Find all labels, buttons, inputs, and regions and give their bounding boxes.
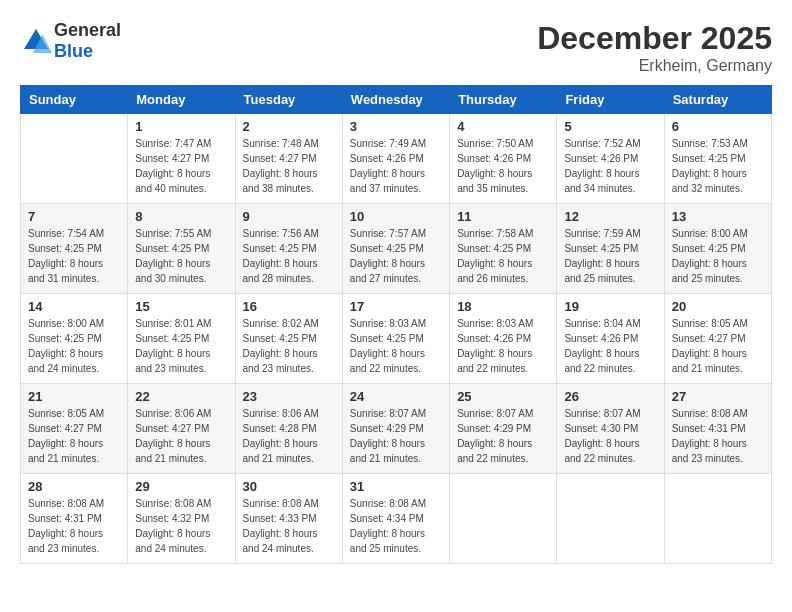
calendar-cell: 10Sunrise: 7:57 AM Sunset: 4:25 PM Dayli…: [342, 204, 449, 294]
day-number: 4: [457, 119, 549, 134]
weekday-header-friday: Friday: [557, 86, 664, 114]
day-info: Sunrise: 7:53 AM Sunset: 4:25 PM Dayligh…: [672, 136, 764, 196]
calendar-body: 1Sunrise: 7:47 AM Sunset: 4:27 PM Daylig…: [21, 114, 772, 564]
calendar-week-2: 7Sunrise: 7:54 AM Sunset: 4:25 PM Daylig…: [21, 204, 772, 294]
calendar-cell: 21Sunrise: 8:05 AM Sunset: 4:27 PM Dayli…: [21, 384, 128, 474]
day-info: Sunrise: 7:54 AM Sunset: 4:25 PM Dayligh…: [28, 226, 120, 286]
day-info: Sunrise: 7:49 AM Sunset: 4:26 PM Dayligh…: [350, 136, 442, 196]
weekday-header-saturday: Saturday: [664, 86, 771, 114]
weekday-header-sunday: Sunday: [21, 86, 128, 114]
calendar-cell: 12Sunrise: 7:59 AM Sunset: 4:25 PM Dayli…: [557, 204, 664, 294]
day-number: 8: [135, 209, 227, 224]
day-number: 25: [457, 389, 549, 404]
month-title: December 2025: [537, 20, 772, 57]
day-info: Sunrise: 8:08 AM Sunset: 4:33 PM Dayligh…: [243, 496, 335, 556]
calendar-cell: 31Sunrise: 8:08 AM Sunset: 4:34 PM Dayli…: [342, 474, 449, 564]
day-number: 15: [135, 299, 227, 314]
day-number: 9: [243, 209, 335, 224]
day-number: 11: [457, 209, 549, 224]
calendar-cell: 18Sunrise: 8:03 AM Sunset: 4:26 PM Dayli…: [450, 294, 557, 384]
day-info: Sunrise: 8:08 AM Sunset: 4:32 PM Dayligh…: [135, 496, 227, 556]
calendar-cell: 15Sunrise: 8:01 AM Sunset: 4:25 PM Dayli…: [128, 294, 235, 384]
day-info: Sunrise: 7:58 AM Sunset: 4:25 PM Dayligh…: [457, 226, 549, 286]
location-title: Erkheim, Germany: [537, 57, 772, 75]
day-info: Sunrise: 8:06 AM Sunset: 4:27 PM Dayligh…: [135, 406, 227, 466]
calendar-cell: 4Sunrise: 7:50 AM Sunset: 4:26 PM Daylig…: [450, 114, 557, 204]
weekday-row: SundayMondayTuesdayWednesdayThursdayFrid…: [21, 86, 772, 114]
calendar-cell: 7Sunrise: 7:54 AM Sunset: 4:25 PM Daylig…: [21, 204, 128, 294]
logo-blue-text: Blue: [54, 41, 93, 61]
calendar-cell: 27Sunrise: 8:08 AM Sunset: 4:31 PM Dayli…: [664, 384, 771, 474]
day-info: Sunrise: 8:08 AM Sunset: 4:31 PM Dayligh…: [28, 496, 120, 556]
day-info: Sunrise: 7:59 AM Sunset: 4:25 PM Dayligh…: [564, 226, 656, 286]
day-number: 7: [28, 209, 120, 224]
calendar-week-5: 28Sunrise: 8:08 AM Sunset: 4:31 PM Dayli…: [21, 474, 772, 564]
day-info: Sunrise: 7:52 AM Sunset: 4:26 PM Dayligh…: [564, 136, 656, 196]
day-info: Sunrise: 8:04 AM Sunset: 4:26 PM Dayligh…: [564, 316, 656, 376]
day-number: 20: [672, 299, 764, 314]
day-info: Sunrise: 8:08 AM Sunset: 4:31 PM Dayligh…: [672, 406, 764, 466]
day-info: Sunrise: 8:00 AM Sunset: 4:25 PM Dayligh…: [28, 316, 120, 376]
weekday-header-monday: Monday: [128, 86, 235, 114]
page-header: General Blue December 2025 Erkheim, Germ…: [20, 20, 772, 75]
calendar-cell: 24Sunrise: 8:07 AM Sunset: 4:29 PM Dayli…: [342, 384, 449, 474]
day-info: Sunrise: 7:50 AM Sunset: 4:26 PM Dayligh…: [457, 136, 549, 196]
day-number: 29: [135, 479, 227, 494]
calendar-table: SundayMondayTuesdayWednesdayThursdayFrid…: [20, 85, 772, 564]
day-number: 3: [350, 119, 442, 134]
calendar-cell: 5Sunrise: 7:52 AM Sunset: 4:26 PM Daylig…: [557, 114, 664, 204]
day-info: Sunrise: 8:07 AM Sunset: 4:29 PM Dayligh…: [457, 406, 549, 466]
calendar-cell: 13Sunrise: 8:00 AM Sunset: 4:25 PM Dayli…: [664, 204, 771, 294]
day-info: Sunrise: 7:55 AM Sunset: 4:25 PM Dayligh…: [135, 226, 227, 286]
day-info: Sunrise: 8:03 AM Sunset: 4:26 PM Dayligh…: [457, 316, 549, 376]
logo-icon: [20, 25, 52, 57]
day-info: Sunrise: 8:03 AM Sunset: 4:25 PM Dayligh…: [350, 316, 442, 376]
calendar-cell: 29Sunrise: 8:08 AM Sunset: 4:32 PM Dayli…: [128, 474, 235, 564]
day-number: 19: [564, 299, 656, 314]
day-info: Sunrise: 8:01 AM Sunset: 4:25 PM Dayligh…: [135, 316, 227, 376]
weekday-header-wednesday: Wednesday: [342, 86, 449, 114]
calendar-header: SundayMondayTuesdayWednesdayThursdayFrid…: [21, 86, 772, 114]
day-info: Sunrise: 8:05 AM Sunset: 4:27 PM Dayligh…: [28, 406, 120, 466]
calendar-cell: [664, 474, 771, 564]
day-info: Sunrise: 8:02 AM Sunset: 4:25 PM Dayligh…: [243, 316, 335, 376]
day-info: Sunrise: 8:05 AM Sunset: 4:27 PM Dayligh…: [672, 316, 764, 376]
calendar-cell: [21, 114, 128, 204]
day-info: Sunrise: 8:08 AM Sunset: 4:34 PM Dayligh…: [350, 496, 442, 556]
calendar-cell: 16Sunrise: 8:02 AM Sunset: 4:25 PM Dayli…: [235, 294, 342, 384]
calendar-cell: 25Sunrise: 8:07 AM Sunset: 4:29 PM Dayli…: [450, 384, 557, 474]
day-number: 16: [243, 299, 335, 314]
day-info: Sunrise: 7:57 AM Sunset: 4:25 PM Dayligh…: [350, 226, 442, 286]
calendar-cell: 17Sunrise: 8:03 AM Sunset: 4:25 PM Dayli…: [342, 294, 449, 384]
calendar-cell: 20Sunrise: 8:05 AM Sunset: 4:27 PM Dayli…: [664, 294, 771, 384]
day-number: 26: [564, 389, 656, 404]
logo: General Blue: [20, 20, 121, 62]
day-number: 27: [672, 389, 764, 404]
day-info: Sunrise: 8:06 AM Sunset: 4:28 PM Dayligh…: [243, 406, 335, 466]
day-info: Sunrise: 7:47 AM Sunset: 4:27 PM Dayligh…: [135, 136, 227, 196]
day-number: 18: [457, 299, 549, 314]
calendar-cell: 2Sunrise: 7:48 AM Sunset: 4:27 PM Daylig…: [235, 114, 342, 204]
calendar-week-1: 1Sunrise: 7:47 AM Sunset: 4:27 PM Daylig…: [21, 114, 772, 204]
calendar-cell: 26Sunrise: 8:07 AM Sunset: 4:30 PM Dayli…: [557, 384, 664, 474]
calendar-cell: 22Sunrise: 8:06 AM Sunset: 4:27 PM Dayli…: [128, 384, 235, 474]
day-info: Sunrise: 8:07 AM Sunset: 4:30 PM Dayligh…: [564, 406, 656, 466]
calendar-week-3: 14Sunrise: 8:00 AM Sunset: 4:25 PM Dayli…: [21, 294, 772, 384]
day-number: 28: [28, 479, 120, 494]
weekday-header-tuesday: Tuesday: [235, 86, 342, 114]
logo-general-text: General: [54, 20, 121, 40]
day-number: 2: [243, 119, 335, 134]
calendar-cell: [557, 474, 664, 564]
calendar-cell: 14Sunrise: 8:00 AM Sunset: 4:25 PM Dayli…: [21, 294, 128, 384]
day-number: 21: [28, 389, 120, 404]
calendar-week-4: 21Sunrise: 8:05 AM Sunset: 4:27 PM Dayli…: [21, 384, 772, 474]
calendar-cell: 3Sunrise: 7:49 AM Sunset: 4:26 PM Daylig…: [342, 114, 449, 204]
day-info: Sunrise: 8:00 AM Sunset: 4:25 PM Dayligh…: [672, 226, 764, 286]
calendar-cell: 9Sunrise: 7:56 AM Sunset: 4:25 PM Daylig…: [235, 204, 342, 294]
calendar-cell: [450, 474, 557, 564]
day-number: 12: [564, 209, 656, 224]
calendar-cell: 1Sunrise: 7:47 AM Sunset: 4:27 PM Daylig…: [128, 114, 235, 204]
day-number: 23: [243, 389, 335, 404]
day-number: 10: [350, 209, 442, 224]
day-number: 31: [350, 479, 442, 494]
